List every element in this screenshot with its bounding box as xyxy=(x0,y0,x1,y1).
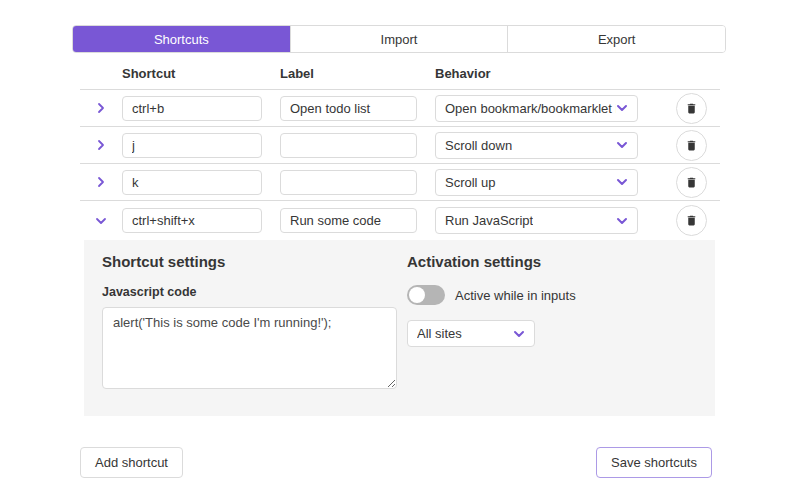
behavior-select-value: Scroll up xyxy=(445,175,496,190)
active-while-in-inputs-label: Active while in inputs xyxy=(455,288,576,303)
shortcut-input[interactable] xyxy=(122,133,262,158)
chevron-down-icon xyxy=(616,176,628,188)
shortkeys-options-page: Shortcuts Import Export Shortcut Label B… xyxy=(0,0,800,500)
tab-export[interactable]: Export xyxy=(508,26,725,52)
chevron-right-icon xyxy=(95,176,107,188)
sites-select[interactable]: All sites xyxy=(407,320,535,347)
shortcut-settings-panel: Shortcut settings Javascript code alert(… xyxy=(84,240,715,416)
behavior-select-value: Run JavaScript xyxy=(445,213,533,228)
table-row: Open bookmark/bookmarklet in cu xyxy=(80,90,720,127)
shortcuts-table: Shortcut Label Behavior Op xyxy=(80,53,720,240)
trash-icon xyxy=(685,139,698,152)
shortcut-input[interactable] xyxy=(122,96,262,121)
behavior-select[interactable]: Scroll up xyxy=(435,169,638,196)
chevron-down-icon xyxy=(513,328,525,340)
tab-import[interactable]: Import xyxy=(291,26,509,52)
javascript-code-label: Javascript code xyxy=(102,285,407,299)
chevron-down-icon xyxy=(95,215,107,227)
behavior-select[interactable]: Open bookmark/bookmarklet in cu xyxy=(435,95,638,122)
delete-row-button[interactable] xyxy=(676,130,707,161)
shortcut-settings-title: Shortcut settings xyxy=(102,253,407,270)
chevron-down-icon xyxy=(616,139,628,151)
table-header-row: Shortcut Label Behavior xyxy=(80,53,720,90)
label-input[interactable] xyxy=(280,170,417,195)
chevron-right-icon xyxy=(95,102,107,114)
column-header-shortcut: Shortcut xyxy=(122,66,280,81)
delete-row-button[interactable] xyxy=(676,167,707,198)
table-row-expanded: Run JavaScript xyxy=(80,201,720,240)
table-row: Scroll down xyxy=(80,127,720,164)
chevron-down-icon xyxy=(616,102,628,114)
table-row: Scroll up xyxy=(80,164,720,201)
trash-icon xyxy=(685,214,698,227)
sites-select-value: All sites xyxy=(417,326,462,341)
javascript-code-textarea[interactable]: alert('This is some code I'm running!'); xyxy=(102,307,397,389)
expand-row-button[interactable] xyxy=(90,97,112,119)
active-while-in-inputs-toggle[interactable] xyxy=(407,285,445,305)
chevron-down-icon xyxy=(616,215,628,227)
expand-row-button[interactable] xyxy=(90,134,112,156)
label-input[interactable] xyxy=(280,96,417,121)
behavior-select[interactable]: Scroll down xyxy=(435,132,638,159)
delete-row-button[interactable] xyxy=(676,205,707,236)
trash-icon xyxy=(685,102,698,115)
shortcut-input[interactable] xyxy=(122,170,262,195)
behavior-select-value: Open bookmark/bookmarklet in cu xyxy=(445,101,616,116)
trash-icon xyxy=(685,176,698,189)
shortcut-input[interactable] xyxy=(122,208,262,233)
tab-shortcuts[interactable]: Shortcuts xyxy=(73,26,291,52)
column-header-behavior: Behavior xyxy=(435,66,640,81)
activation-settings-title: Activation settings xyxy=(407,253,697,270)
label-input[interactable] xyxy=(280,133,417,158)
collapse-row-button[interactable] xyxy=(90,210,112,232)
behavior-select[interactable]: Run JavaScript xyxy=(435,207,638,234)
column-header-label: Label xyxy=(280,66,435,81)
behavior-select-value: Scroll down xyxy=(445,138,512,153)
chevron-right-icon xyxy=(95,139,107,151)
add-shortcut-button[interactable]: Add shortcut xyxy=(80,447,183,478)
label-input[interactable] xyxy=(280,208,417,233)
save-shortcuts-button[interactable]: Save shortcuts xyxy=(596,447,712,478)
tab-bar: Shortcuts Import Export xyxy=(72,25,726,53)
toggle-knob xyxy=(409,287,425,303)
expand-row-button[interactable] xyxy=(90,171,112,193)
delete-row-button[interactable] xyxy=(676,93,707,124)
